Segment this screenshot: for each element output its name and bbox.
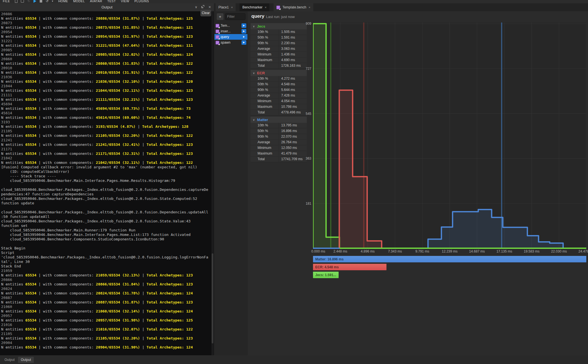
- tab-close-icon[interactable]: ×: [231, 6, 233, 9]
- legend-bar-label: Matter: 16.896 ms: [313, 257, 344, 261]
- clear-button[interactable]: Clear: [200, 10, 211, 16]
- console-line: 21044: [1, 84, 211, 88]
- stat-value: 12.050 ms: [279, 145, 307, 151]
- tab-place1[interactable]: Place1×: [216, 3, 236, 11]
- list-item-label: query: [221, 35, 240, 39]
- stat-row: 10th %1.505 ms: [251, 29, 307, 35]
- stat-label: Minimum: [251, 99, 279, 104]
- undo-icon[interactable]: ↺: [46, 0, 48, 3]
- stat-label: 10th %: [251, 29, 279, 35]
- console-line: 21042: [1, 156, 211, 160]
- console-line: function update: [1, 201, 211, 206]
- bench-script-icon: [276, 6, 280, 9]
- stat-row: Average3.063 ms: [251, 46, 307, 52]
- menu-item-model[interactable]: MODEL: [73, 0, 85, 3]
- stat-row: Total17741.709 ms: [251, 157, 307, 162]
- paste-icon[interactable]: [15, 0, 17, 3]
- run-benchmark-button[interactable]: ▶: [242, 29, 246, 34]
- export-icon[interactable]: [21, 0, 24, 3]
- console-line: 20866: [1, 278, 211, 282]
- list-item-query[interactable]: query▶: [214, 34, 247, 40]
- stat-label: Minimum: [251, 145, 279, 151]
- console-line: N entities 65534 | with common component…: [1, 88, 211, 93]
- menu-item-plugins[interactable]: PLUGINS: [135, 0, 149, 3]
- menu-item-avatar[interactable]: AVATAR: [90, 0, 102, 3]
- menu-item-view[interactable]: VIEW: [121, 0, 129, 3]
- console-scrollbar-thumb[interactable]: [212, 253, 213, 343]
- console-line: [1, 242, 211, 246]
- menu-item-test[interactable]: TEST: [107, 0, 116, 3]
- console-line: cloud_5853950046.Benchmarker.Packages._I…: [1, 187, 211, 192]
- console-line: Stack End: [1, 264, 211, 269]
- histogram-chart[interactable]: [313, 23, 586, 249]
- chart-x-axis: 0.000 ms2.448 ms4.896 ms7.343 ms9.791 ms…: [313, 249, 586, 254]
- benchmark-list-panel: + Filter Tem...▶inser...▶query▶spawn▶: [214, 11, 247, 355]
- bottom-tab-output[interactable]: Output: [2, 357, 17, 363]
- section-header-matter[interactable]: ∨Matter: [251, 117, 307, 123]
- stat-row: Maximum10.798 ms: [251, 104, 307, 110]
- console-line: cloud_5853950046.Benchmarker.Packages._I…: [1, 210, 211, 215]
- stat-value: 1.591 ms: [279, 35, 307, 40]
- console-line: :50 function updateAll: [1, 215, 211, 219]
- menu-item-home[interactable]: HOME: [58, 0, 68, 3]
- console-line: 21016: [1, 323, 211, 327]
- x-tick-label: 9.791 ms: [415, 249, 429, 253]
- stat-value: 1.436 ms: [279, 52, 307, 57]
- stat-value: 17741.709 ms: [279, 157, 307, 162]
- chevron-down-icon: ∨: [253, 118, 255, 121]
- run-benchmark-button[interactable]: ▶: [242, 35, 246, 39]
- run-benchmark-button[interactable]: ▶: [242, 40, 246, 45]
- add-benchmark-button[interactable]: +: [217, 13, 223, 20]
- filter-input[interactable]: Filter: [225, 13, 245, 20]
- section-header-jecs[interactable]: ∨Jecs: [251, 23, 307, 29]
- console-line: N entities 65534 | with common component…: [1, 345, 211, 350]
- console-scrollbar[interactable]: [211, 11, 214, 355]
- console-line: 21171: [1, 147, 211, 151]
- console-line: 'cloud_5853950046.Benchmarker.Packages._…: [1, 255, 211, 260]
- close-icon[interactable]: ×: [208, 5, 211, 9]
- tab-close-icon[interactable]: ×: [265, 6, 267, 9]
- stat-label: 90th %: [251, 134, 279, 139]
- stat-label: Maximum: [251, 104, 279, 110]
- stat-value: 4.690 ms: [279, 57, 307, 63]
- x-tick-label: 4.896 ms: [361, 249, 375, 253]
- console-line: 20860: [1, 57, 211, 61]
- run-benchmark-button[interactable]: ▶: [242, 23, 246, 28]
- y-tick-label: 909: [306, 22, 311, 26]
- stop-icon[interactable]: [40, 0, 42, 3]
- stat-row: 10th %4.272 ms: [251, 76, 307, 82]
- list-item-spawn[interactable]: spawn▶: [214, 40, 247, 45]
- stat-label: 90th %: [251, 87, 279, 93]
- popout-icon[interactable]: [201, 5, 204, 9]
- stat-label: Maximum: [251, 57, 279, 63]
- list-item-Tem[interactable]: Tem...▶: [214, 23, 247, 28]
- tab-benchmarker[interactable]: Benchmarker×: [240, 3, 269, 11]
- caret-down-icon[interactable]: ▾: [52, 0, 53, 3]
- tab-close-icon[interactable]: ×: [308, 6, 310, 9]
- output-console[interactable]: 20886N entities 65534 | with common comp…: [0, 11, 214, 355]
- tab-label: Benchmarker: [242, 5, 262, 9]
- x-tick-label: 7.343 ms: [388, 249, 402, 253]
- list-item-label: spawn: [221, 41, 240, 44]
- stat-label: Average: [251, 46, 279, 52]
- bench-script-icon: [216, 35, 219, 39]
- chevron-down-icon[interactable]: ∨: [195, 5, 197, 9]
- y-tick-label: 363: [306, 157, 311, 160]
- tab-template-bench[interactable]: Template.bench×: [274, 3, 313, 11]
- console-line: cloud_5853950046.Benchmarker.Packages._I…: [1, 219, 211, 224]
- console-line: N entities 65534 | with common component…: [1, 282, 211, 287]
- stat-label: 50th %: [251, 35, 279, 40]
- console-line: [1, 183, 211, 187]
- redo-icon[interactable]: ↻: [27, 0, 30, 3]
- section-header-ecr[interactable]: ∨ECR: [251, 70, 307, 76]
- bench-script-icon: [216, 30, 219, 33]
- x-tick-label: 17.135 ms: [497, 249, 512, 253]
- x-tick-label: 19.583 ms: [524, 249, 540, 253]
- console-line: N entities 65534 | with common component…: [1, 300, 211, 305]
- list-item-inser[interactable]: inser...▶: [214, 28, 247, 34]
- menu-item-file[interactable]: FILE: [3, 0, 10, 3]
- stat-label: Total: [251, 157, 279, 162]
- console-line: 20824: [1, 287, 211, 291]
- bottom-tab-output[interactable]: Output: [18, 357, 34, 363]
- play-icon[interactable]: [33, 0, 36, 3]
